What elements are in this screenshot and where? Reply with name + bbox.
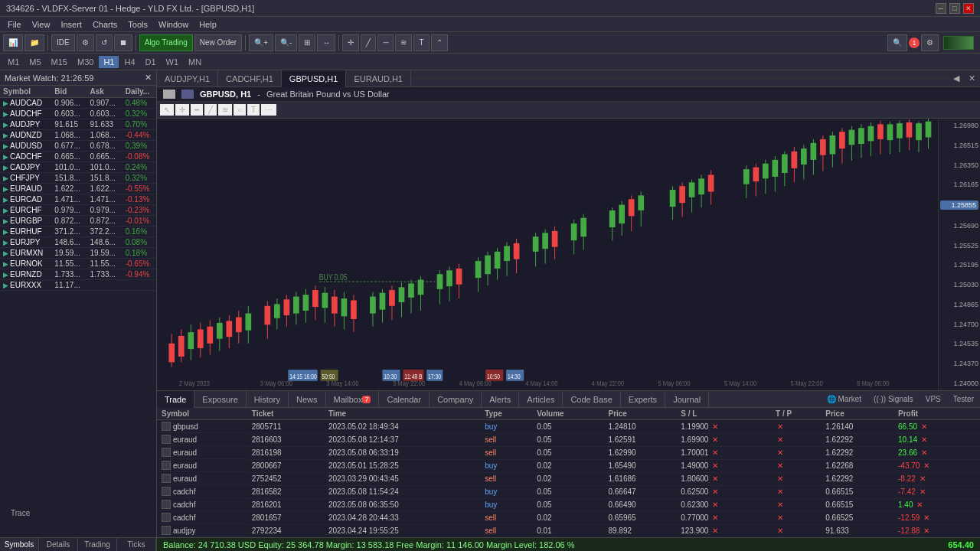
market-watch-row[interactable]: ▶EURHUF 371.2... 372.2... 0.16% xyxy=(0,227,156,237)
menu-insert[interactable]: Insert xyxy=(56,18,87,31)
market-watch-row[interactable]: ▶AUDCAD 0.906... 0.907... 0.48% xyxy=(0,98,156,109)
tp-close[interactable]: ✕ xyxy=(776,500,785,509)
mw-tab-symbols[interactable]: Symbols xyxy=(0,538,39,551)
close-button[interactable]: ✕ xyxy=(963,3,974,14)
cursor-tool[interactable]: ↖ xyxy=(160,104,174,116)
market-watch-row[interactable]: ▶EURGBP 0.872... 0.872... -0.01% xyxy=(0,216,156,227)
sl-close[interactable]: ✕ xyxy=(710,448,720,457)
market-watch-row[interactable]: ▶CHFJPY 151.8... 151.8... 0.32% xyxy=(0,173,156,184)
tab-journal[interactable]: Journal xyxy=(665,391,709,408)
tab-history[interactable]: History xyxy=(247,391,289,408)
menu-help[interactable]: Help xyxy=(194,18,221,31)
tab-news[interactable]: News xyxy=(289,391,326,408)
market-watch-row[interactable]: ▶CADJPY 101.0... 101.0... 0.24% xyxy=(0,162,156,173)
refresh-button[interactable]: ↺ xyxy=(96,34,113,51)
position-close[interactable]: ✕ xyxy=(922,527,931,535)
trend-tool[interactable]: ╱ xyxy=(204,104,217,116)
indicator-button[interactable]: ⌃ xyxy=(431,34,448,51)
tf-m1[interactable]: M1 xyxy=(3,56,24,68)
sl-close[interactable]: ✕ xyxy=(710,474,720,483)
zoom-out-button[interactable]: 🔍- xyxy=(275,34,297,51)
menu-tools[interactable]: Tools xyxy=(123,18,152,31)
market-watch-row[interactable]: ▶EURXXX 11.17... xyxy=(0,280,156,291)
fib-button[interactable]: ≋ xyxy=(395,34,412,51)
position-close[interactable]: ✕ xyxy=(920,435,929,444)
position-close[interactable]: ✕ xyxy=(918,474,927,483)
hline-tool[interactable]: ━ xyxy=(191,104,203,116)
hline-button[interactable]: ─ xyxy=(377,34,394,51)
ellipse-tool[interactable]: ○ xyxy=(234,104,246,116)
tp-close[interactable]: ✕ xyxy=(776,435,785,444)
compile-button[interactable]: ⚙ xyxy=(77,34,94,51)
mw-tab-details[interactable]: Details xyxy=(39,538,78,551)
text-tool[interactable]: T xyxy=(247,104,260,116)
chart-tab-gbpusd[interactable]: GBPUSD,H1 xyxy=(282,70,347,87)
tab-alerts[interactable]: Alerts xyxy=(482,391,519,408)
market-watch-row[interactable]: ▶EURMXN 19.59... 19.59... 0.18% xyxy=(0,248,156,259)
scroll-button[interactable]: ↔ xyxy=(317,34,335,51)
menu-charts[interactable]: Charts xyxy=(88,18,122,31)
mw-tab-ticks[interactable]: Ticks xyxy=(117,538,156,551)
tf-mn[interactable]: MN xyxy=(184,56,206,68)
chart-tab-audjpy[interactable]: AUDJPY,H1 xyxy=(157,70,218,87)
autotrading-stop[interactable]: ⏹ xyxy=(114,34,132,51)
position-close[interactable]: ✕ xyxy=(915,500,924,509)
tp-close[interactable]: ✕ xyxy=(776,487,785,496)
tp-close[interactable]: ✕ xyxy=(776,461,785,470)
tp-close[interactable]: ✕ xyxy=(776,448,785,457)
chart-tab-cadchf[interactable]: CADCHF,H1 xyxy=(218,70,282,87)
market-watch-row[interactable]: ▶AUDUSD 0.677... 0.678... 0.39% xyxy=(0,141,156,152)
ide-button[interactable]: IDE xyxy=(51,34,75,51)
tab-trade[interactable]: Trade xyxy=(157,391,194,408)
tab-company[interactable]: Company xyxy=(430,391,482,408)
crosshair-button[interactable]: ✛ xyxy=(342,34,359,51)
tp-close[interactable]: ✕ xyxy=(776,422,785,431)
mw-tab-trading[interactable]: Trading xyxy=(78,538,117,551)
tab-experts[interactable]: Experts xyxy=(621,391,665,408)
market-button[interactable]: 🌐 Market xyxy=(821,393,867,405)
more-tools[interactable]: ⋯ xyxy=(261,104,276,116)
tf-h4[interactable]: H4 xyxy=(119,56,139,68)
signals-button[interactable]: ((·)) Signals xyxy=(867,393,920,405)
position-close[interactable]: ✕ xyxy=(920,448,929,457)
zoom-in-button[interactable]: 🔍+ xyxy=(249,34,273,51)
tester-button[interactable]: Tester xyxy=(947,393,980,405)
chart-tab-euraud[interactable]: EURAUD,H1 xyxy=(346,70,411,87)
tab-calendar[interactable]: Calendar xyxy=(379,391,430,408)
tp-close[interactable]: ✕ xyxy=(776,514,785,522)
algo-trading-button[interactable]: Algo Trading xyxy=(139,34,193,51)
sl-close[interactable]: ✕ xyxy=(710,435,720,444)
line-button[interactable]: ╱ xyxy=(361,34,376,51)
market-watch-row[interactable]: ▶EURNOK 11.55... 11.55... -0.65% xyxy=(0,259,156,269)
chart-canvas[interactable]: 2 May 2023 3 May 06:00 3 May 14:00 3 May… xyxy=(157,119,980,390)
menu-window[interactable]: Window xyxy=(154,18,193,31)
sl-close[interactable]: ✕ xyxy=(710,461,720,470)
market-watch-row[interactable]: ▶EURCAD 1.471... 1.471... -0.13% xyxy=(0,194,156,205)
market-watch-row[interactable]: ▶AUDJPY 91.615 91.633 0.70% xyxy=(0,119,156,130)
vps-button[interactable]: VPS xyxy=(920,393,947,405)
market-watch-row[interactable]: ▶EURJPY 148.6... 148.6... 0.08% xyxy=(0,237,156,248)
market-watch-row[interactable]: ▶AUDNZD 1.068... 1.068... -0.44% xyxy=(0,130,156,141)
tf-w1[interactable]: W1 xyxy=(162,56,184,68)
tf-h1[interactable]: H1 xyxy=(99,56,119,68)
tab-articles[interactable]: Articles xyxy=(519,391,563,408)
position-close[interactable]: ✕ xyxy=(922,461,931,470)
position-close[interactable]: ✕ xyxy=(920,422,929,431)
market-watch-row[interactable]: ▶AUDCHF 0.603... 0.603... 0.32% xyxy=(0,109,156,119)
crosshair-tool[interactable]: ✛ xyxy=(175,104,189,116)
search-button[interactable]: 🔍 xyxy=(887,34,907,51)
sl-close[interactable]: ✕ xyxy=(710,500,720,509)
position-close[interactable]: ✕ xyxy=(922,514,931,522)
maximize-button[interactable]: □ xyxy=(949,3,960,14)
menu-file[interactable]: File xyxy=(3,18,26,31)
market-watch-close[interactable]: ✕ xyxy=(145,73,152,83)
market-watch-row[interactable]: ▶EURNZD 1.733... 1.733... -0.94% xyxy=(0,269,156,280)
minimize-button[interactable]: ─ xyxy=(936,3,946,14)
tf-m30[interactable]: M30 xyxy=(73,56,98,68)
new-order-button[interactable]: New Order xyxy=(194,34,242,51)
open-button[interactable]: 📁 xyxy=(24,34,44,51)
sl-close[interactable]: ✕ xyxy=(710,487,720,496)
sl-close[interactable]: ✕ xyxy=(710,514,720,522)
tf-m15[interactable]: M15 xyxy=(47,56,72,68)
sl-close[interactable]: ✕ xyxy=(710,422,720,431)
